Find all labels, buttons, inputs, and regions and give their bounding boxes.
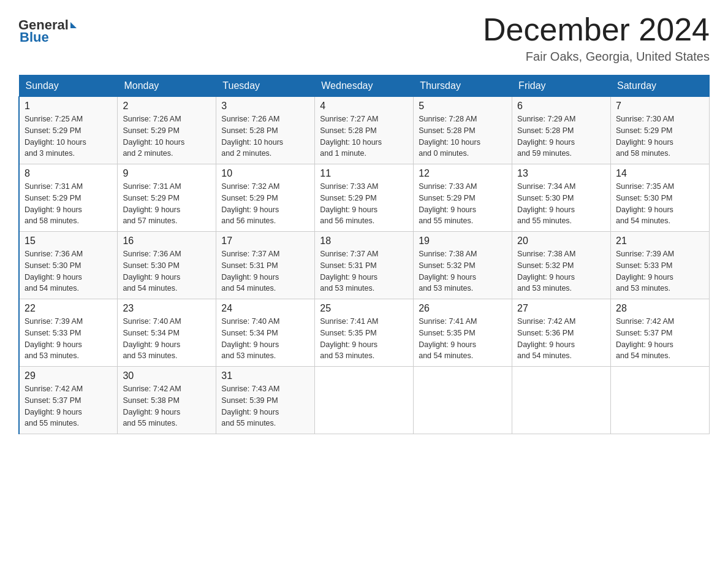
calendar-empty-cell — [414, 367, 512, 434]
day-number: 12 — [419, 168, 507, 179]
month-year-title: December 2024 — [483, 12, 710, 47]
day-info: Sunrise: 7:30 AM Sunset: 5:29 PM Dayligh… — [616, 113, 704, 159]
calendar-day-cell: 15Sunrise: 7:36 AM Sunset: 5:30 PM Dayli… — [19, 232, 118, 299]
day-number: 13 — [517, 168, 605, 179]
day-info: Sunrise: 7:33 AM Sunset: 5:29 PM Dayligh… — [320, 181, 408, 227]
calendar-day-cell: 10Sunrise: 7:32 AM Sunset: 5:29 PM Dayli… — [216, 164, 315, 232]
day-info: Sunrise: 7:37 AM Sunset: 5:31 PM Dayligh… — [320, 248, 408, 294]
calendar-day-cell: 3Sunrise: 7:26 AM Sunset: 5:28 PM Daylig… — [216, 97, 315, 164]
day-info: Sunrise: 7:41 AM Sunset: 5:35 PM Dayligh… — [419, 316, 507, 362]
day-info: Sunrise: 7:42 AM Sunset: 5:36 PM Dayligh… — [517, 316, 605, 362]
day-number: 27 — [517, 303, 605, 314]
calendar-empty-cell — [315, 367, 414, 434]
day-info: Sunrise: 7:42 AM Sunset: 5:37 PM Dayligh… — [616, 316, 704, 362]
day-number: 26 — [419, 303, 507, 314]
calendar-day-cell: 14Sunrise: 7:35 AM Sunset: 5:30 PM Dayli… — [611, 164, 710, 232]
calendar-day-cell: 24Sunrise: 7:40 AM Sunset: 5:34 PM Dayli… — [216, 299, 315, 367]
day-number: 23 — [123, 303, 211, 314]
calendar-day-cell: 18Sunrise: 7:37 AM Sunset: 5:31 PM Dayli… — [315, 232, 414, 299]
day-info: Sunrise: 7:40 AM Sunset: 5:34 PM Dayligh… — [221, 316, 309, 362]
day-of-week-header: Friday — [512, 75, 611, 97]
day-of-week-header: Monday — [118, 75, 216, 97]
day-info: Sunrise: 7:27 AM Sunset: 5:28 PM Dayligh… — [320, 113, 408, 159]
calendar-day-cell: 8Sunrise: 7:31 AM Sunset: 5:29 PM Daylig… — [19, 164, 118, 232]
day-info: Sunrise: 7:33 AM Sunset: 5:29 PM Dayligh… — [419, 181, 507, 227]
calendar-day-cell: 26Sunrise: 7:41 AM Sunset: 5:35 PM Dayli… — [414, 299, 512, 367]
calendar-header-row: SundayMondayTuesdayWednesdayThursdayFrid… — [19, 75, 710, 97]
day-number: 20 — [517, 236, 605, 247]
day-number: 10 — [221, 168, 309, 179]
calendar-day-cell: 29Sunrise: 7:42 AM Sunset: 5:37 PM Dayli… — [19, 367, 118, 434]
calendar-week-row: 8Sunrise: 7:31 AM Sunset: 5:29 PM Daylig… — [19, 164, 710, 232]
day-info: Sunrise: 7:42 AM Sunset: 5:37 PM Dayligh… — [25, 383, 112, 429]
calendar-day-cell: 21Sunrise: 7:39 AM Sunset: 5:33 PM Dayli… — [611, 232, 710, 299]
day-number: 4 — [320, 101, 408, 112]
calendar-day-cell: 20Sunrise: 7:38 AM Sunset: 5:32 PM Dayli… — [512, 232, 611, 299]
day-info: Sunrise: 7:32 AM Sunset: 5:29 PM Dayligh… — [221, 181, 309, 227]
calendar-day-cell: 25Sunrise: 7:41 AM Sunset: 5:35 PM Dayli… — [315, 299, 414, 367]
day-info: Sunrise: 7:39 AM Sunset: 5:33 PM Dayligh… — [616, 248, 704, 294]
logo-blue-text: Blue — [20, 29, 49, 45]
day-number: 19 — [419, 236, 507, 247]
day-of-week-header: Sunday — [19, 75, 118, 97]
day-info: Sunrise: 7:38 AM Sunset: 5:32 PM Dayligh… — [517, 248, 605, 294]
calendar-day-cell: 6Sunrise: 7:29 AM Sunset: 5:28 PM Daylig… — [512, 97, 611, 164]
calendar-week-row: 29Sunrise: 7:42 AM Sunset: 5:37 PM Dayli… — [19, 367, 710, 434]
calendar-empty-cell — [512, 367, 611, 434]
calendar-day-cell: 1Sunrise: 7:25 AM Sunset: 5:29 PM Daylig… — [19, 97, 118, 164]
page-header: General Blue December 2024 Fair Oaks, Ge… — [18, 12, 710, 64]
logo: General Blue — [18, 12, 78, 45]
day-info: Sunrise: 7:25 AM Sunset: 5:29 PM Dayligh… — [25, 113, 112, 159]
day-number: 9 — [123, 168, 211, 179]
day-number: 29 — [25, 370, 112, 381]
day-number: 1 — [25, 101, 112, 112]
day-number: 7 — [616, 101, 704, 112]
day-number: 30 — [123, 370, 211, 381]
calendar-day-cell: 22Sunrise: 7:39 AM Sunset: 5:33 PM Dayli… — [19, 299, 118, 367]
day-info: Sunrise: 7:41 AM Sunset: 5:35 PM Dayligh… — [320, 316, 408, 362]
day-info: Sunrise: 7:38 AM Sunset: 5:32 PM Dayligh… — [419, 248, 507, 294]
day-number: 6 — [517, 101, 605, 112]
calendar-week-row: 22Sunrise: 7:39 AM Sunset: 5:33 PM Dayli… — [19, 299, 710, 367]
calendar-day-cell: 23Sunrise: 7:40 AM Sunset: 5:34 PM Dayli… — [118, 299, 216, 367]
day-number: 15 — [25, 236, 112, 247]
day-number: 28 — [616, 303, 704, 314]
day-info: Sunrise: 7:35 AM Sunset: 5:30 PM Dayligh… — [616, 181, 704, 227]
calendar-day-cell: 11Sunrise: 7:33 AM Sunset: 5:29 PM Dayli… — [315, 164, 414, 232]
day-info: Sunrise: 7:34 AM Sunset: 5:30 PM Dayligh… — [517, 181, 605, 227]
calendar-day-cell: 7Sunrise: 7:30 AM Sunset: 5:29 PM Daylig… — [611, 97, 710, 164]
calendar-day-cell: 17Sunrise: 7:37 AM Sunset: 5:31 PM Dayli… — [216, 232, 315, 299]
day-number: 25 — [320, 303, 408, 314]
day-info: Sunrise: 7:42 AM Sunset: 5:38 PM Dayligh… — [123, 383, 211, 429]
day-of-week-header: Saturday — [611, 75, 710, 97]
calendar-body: 1Sunrise: 7:25 AM Sunset: 5:29 PM Daylig… — [19, 97, 710, 434]
day-number: 24 — [221, 303, 309, 314]
day-info: Sunrise: 7:28 AM Sunset: 5:28 PM Dayligh… — [419, 113, 507, 159]
day-number: 2 — [123, 101, 211, 112]
day-info: Sunrise: 7:39 AM Sunset: 5:33 PM Dayligh… — [25, 316, 112, 362]
day-info: Sunrise: 7:37 AM Sunset: 5:31 PM Dayligh… — [221, 248, 309, 294]
calendar-day-cell: 19Sunrise: 7:38 AM Sunset: 5:32 PM Dayli… — [414, 232, 512, 299]
calendar-day-cell: 2Sunrise: 7:26 AM Sunset: 5:29 PM Daylig… — [118, 97, 216, 164]
location-text: Fair Oaks, Georgia, United States — [483, 50, 710, 64]
calendar-table: SundayMondayTuesdayWednesdayThursdayFrid… — [18, 75, 710, 434]
day-number: 3 — [221, 101, 309, 112]
calendar-day-cell: 5Sunrise: 7:28 AM Sunset: 5:28 PM Daylig… — [414, 97, 512, 164]
calendar-day-cell: 9Sunrise: 7:31 AM Sunset: 5:29 PM Daylig… — [118, 164, 216, 232]
day-number: 18 — [320, 236, 408, 247]
day-info: Sunrise: 7:31 AM Sunset: 5:29 PM Dayligh… — [25, 181, 112, 227]
logo-arrow-icon — [70, 22, 77, 28]
day-info: Sunrise: 7:40 AM Sunset: 5:34 PM Dayligh… — [123, 316, 211, 362]
calendar-day-cell: 27Sunrise: 7:42 AM Sunset: 5:36 PM Dayli… — [512, 299, 611, 367]
calendar-day-cell: 4Sunrise: 7:27 AM Sunset: 5:28 PM Daylig… — [315, 97, 414, 164]
day-info: Sunrise: 7:36 AM Sunset: 5:30 PM Dayligh… — [123, 248, 211, 294]
day-of-week-header: Tuesday — [216, 75, 315, 97]
calendar-empty-cell — [611, 367, 710, 434]
day-of-week-header: Wednesday — [315, 75, 414, 97]
day-number: 17 — [221, 236, 309, 247]
day-number: 5 — [419, 101, 507, 112]
day-info: Sunrise: 7:36 AM Sunset: 5:30 PM Dayligh… — [25, 248, 112, 294]
day-info: Sunrise: 7:26 AM Sunset: 5:28 PM Dayligh… — [221, 113, 309, 159]
day-number: 22 — [25, 303, 112, 314]
day-number: 31 — [221, 370, 309, 381]
